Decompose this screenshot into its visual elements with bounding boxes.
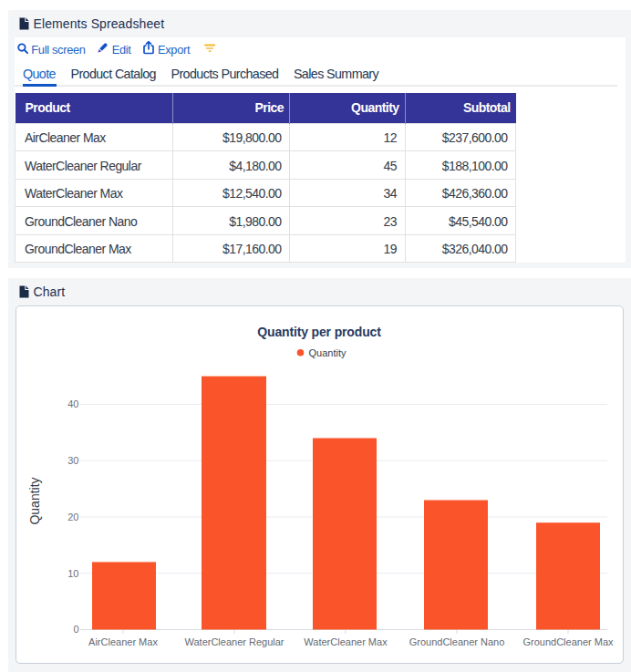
svg-text:10: 10 [67, 568, 78, 579]
svg-text:40: 40 [67, 398, 78, 409]
svg-text:Quantity per product: Quantity per product [257, 325, 381, 339]
svg-text:GroundCleaner Nano: GroundCleaner Nano [409, 636, 505, 647]
svg-text:AirCleaner Max: AirCleaner Max [88, 636, 158, 647]
svg-text:30: 30 [67, 455, 78, 466]
svg-text:WaterCleaner Regular: WaterCleaner Regular [184, 636, 284, 647]
svg-text:20: 20 [67, 512, 78, 522]
svg-text:0: 0 [73, 624, 78, 635]
svg-text:GroundCleaner Max: GroundCleaner Max [522, 636, 614, 647]
svg-text:WaterCleaner Max: WaterCleaner Max [304, 636, 388, 647]
svg-text:Quantity: Quantity [309, 347, 347, 358]
svg-text:Quantity: Quantity [27, 477, 42, 524]
